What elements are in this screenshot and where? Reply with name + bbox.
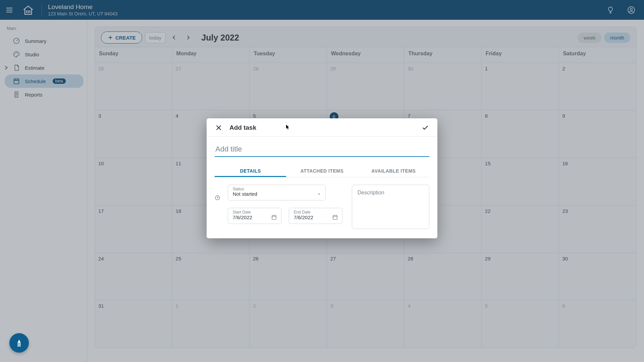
cursor-icon: [286, 124, 290, 131]
pointer-cursor-icon: [286, 124, 290, 130]
end-date-field[interactable]: End Date: [289, 208, 342, 224]
add-task-modal: Add task DETAILS ATTACHED ITEMS AVAILABL…: [207, 118, 437, 238]
help-fab[interactable]: [9, 333, 29, 353]
close-icon: [215, 124, 222, 131]
confirm-button[interactable]: [421, 123, 430, 132]
end-date-input[interactable]: [294, 215, 328, 220]
beacon-icon: [13, 337, 25, 349]
modal-tabs: DETAILS ATTACHED ITEMS AVAILABLE ITEMS: [215, 165, 429, 177]
chevron-down-icon: [317, 192, 321, 196]
task-title-input[interactable]: [215, 143, 429, 157]
status-select[interactable]: Status Not started: [228, 185, 326, 200]
description-input[interactable]: Description: [352, 185, 429, 229]
end-date-label: End Date: [294, 210, 311, 215]
svg-rect-13: [17, 346, 21, 347]
start-date-field[interactable]: Start Date: [228, 208, 281, 224]
tab-available-items[interactable]: AVAILABLE ITEMS: [358, 165, 429, 177]
tab-details[interactable]: DETAILS: [215, 165, 286, 177]
calendar-icon: [332, 214, 338, 220]
status-label: Status: [233, 187, 244, 191]
tab-attached-items[interactable]: ATTACHED ITEMS: [286, 165, 358, 177]
calendar-icon: [271, 214, 277, 220]
close-button[interactable]: [214, 123, 223, 132]
svg-rect-12: [17, 345, 21, 345]
svg-rect-9: [272, 216, 276, 220]
status-value: Not started: [233, 191, 317, 197]
description-placeholder: Description: [358, 190, 424, 196]
svg-rect-10: [333, 216, 337, 220]
modal-overlay[interactable]: Add task DETAILS ATTACHED ITEMS AVAILABL…: [0, 0, 644, 362]
svg-rect-11: [17, 343, 21, 344]
start-date-input[interactable]: [233, 215, 267, 220]
start-date-label: Start Date: [233, 210, 251, 215]
modal-header: Add task: [207, 118, 437, 137]
check-icon: [422, 124, 429, 131]
clock-icon: [215, 194, 220, 201]
modal-title: Add task: [229, 124, 256, 131]
